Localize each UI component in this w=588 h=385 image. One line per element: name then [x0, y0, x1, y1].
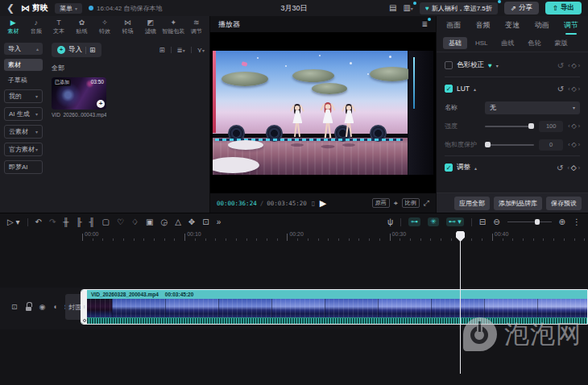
lut-checkbox[interactable]: ✓	[445, 85, 453, 93]
voiceover-icon[interactable]: ψ	[387, 218, 393, 226]
chevron-up-icon[interactable]: ▴	[474, 86, 476, 92]
undo-icon[interactable]: ↶	[35, 218, 42, 226]
adjust-view-icon[interactable]: ⊟	[479, 218, 486, 226]
more-icon[interactable]: ⋮	[573, 218, 581, 226]
layout-switch-icon[interactable]: ▥▾	[403, 4, 412, 12]
quality-button[interactable]: 原画	[372, 198, 390, 208]
media-tab-4[interactable]: ✧特效	[93, 19, 116, 35]
keyframe-icon[interactable]: ◇	[572, 141, 577, 148]
zoom-in-icon[interactable]: ⊕	[559, 218, 565, 226]
import-grid-icon[interactable]: ⊞	[89, 46, 96, 54]
nav-group-cloud[interactable]: 云素材 ▾	[4, 125, 43, 139]
snap-icon[interactable]: ⊶	[408, 217, 420, 226]
speaker-icon[interactable]: ◖	[52, 303, 56, 311]
crop-icon[interactable]: ⊡	[202, 218, 209, 226]
nav-group-import[interactable]: 导入 ▴	[4, 43, 43, 55]
rotate-icon[interactable]: ✥	[188, 218, 195, 226]
media-tab-7[interactable]: ✦智能包装	[162, 19, 184, 35]
add-to-timeline-button[interactable]: +	[97, 100, 105, 108]
menu-button[interactable]: 菜单 ▾	[55, 3, 82, 14]
eye-icon[interactable]: ◉	[39, 303, 46, 311]
clip-fade-handle[interactable]	[83, 319, 86, 322]
import-button[interactable]: + 导入 ⊞	[52, 43, 101, 57]
player-menu-icon[interactable]: ≣	[421, 20, 428, 28]
reset-icon[interactable]: ↺	[557, 85, 564, 93]
subtab-mask[interactable]: 蒙版	[549, 37, 574, 49]
chevron-up-icon[interactable]: ▴	[474, 165, 477, 171]
lock-icon[interactable]	[25, 302, 32, 311]
media-tab-8[interactable]: ≋调节	[185, 19, 208, 35]
sort-icon[interactable]: ≣▾	[177, 46, 185, 54]
filter-all-label[interactable]: 全部	[52, 64, 205, 72]
nav-group-jimeng[interactable]: 即梦AI	[4, 160, 43, 174]
delete-icon[interactable]: ▢	[102, 218, 110, 226]
media-tab-3[interactable]: ✿贴纸	[70, 19, 93, 35]
kf-prev-icon[interactable]: ‹	[568, 86, 569, 92]
nav-group-official[interactable]: 官方素材 ▾	[4, 143, 43, 156]
split-icon[interactable]: ╫	[63, 218, 68, 226]
media-tab-6[interactable]: ◩滤镜	[139, 19, 162, 35]
kf-next-icon[interactable]: ›	[578, 63, 580, 68]
video-preview[interactable]	[213, 51, 433, 175]
main-track-icon[interactable]: ⊡	[11, 303, 18, 311]
subtab-colorwheel[interactable]: 色轮	[523, 37, 547, 49]
keyframe-icon[interactable]: ◇	[571, 164, 577, 172]
keyframe-icon[interactable]: ◇	[572, 85, 577, 93]
step-back-icon[interactable]: ▯	[312, 200, 315, 207]
kf-prev-icon[interactable]: ‹	[568, 142, 569, 147]
save-preset-button[interactable]: 保存预设	[546, 197, 582, 210]
slider-handle[interactable]	[535, 219, 540, 225]
tab-speed[interactable]: 变速	[505, 20, 520, 31]
ratio-button[interactable]: 比例	[402, 198, 420, 208]
redo-icon[interactable]: ↷	[49, 218, 56, 226]
tab-picture[interactable]: 画面	[446, 20, 461, 31]
nav-item-subdraft[interactable]: 子草稿	[4, 75, 43, 85]
reset-icon[interactable]: ↺	[557, 61, 564, 70]
select-tool-icon[interactable]: ▷ ▾	[7, 218, 20, 226]
media-clip-card[interactable]: 已添加 03:50 + VID_20260..00043.mp4	[52, 77, 106, 118]
color-correction-checkbox[interactable]	[445, 61, 453, 69]
mirror-icon[interactable]: △	[175, 218, 181, 226]
zoom-out-icon[interactable]: ⊖	[493, 218, 499, 226]
nav-group-mine[interactable]: 我的 ▾	[4, 89, 43, 103]
strength-value[interactable]: 100	[539, 121, 563, 132]
kf-prev-icon[interactable]: ‹	[568, 123, 569, 129]
tab-animation[interactable]: 动画	[535, 20, 549, 31]
share-button[interactable]: ⇗ 分享	[504, 2, 539, 14]
kf-prev-icon[interactable]: ‹	[568, 63, 569, 68]
export-button[interactable]: ⇧ 导出	[545, 2, 582, 14]
slider-handle[interactable]	[528, 123, 534, 129]
lut-select[interactable]: 无 ▾	[485, 101, 580, 114]
kf-next-icon[interactable]: ›	[578, 142, 580, 147]
workspace-icon[interactable]: ▤	[389, 4, 396, 12]
tab-audio[interactable]: 音频	[476, 20, 491, 31]
kf-next-icon[interactable]: ›	[578, 86, 580, 92]
snapshot-icon[interactable]: ⌖	[394, 199, 398, 208]
kf-next-icon[interactable]: ›	[578, 165, 580, 171]
timeline-zoom-slider[interactable]	[507, 219, 552, 226]
keyframe-icon[interactable]: ◇	[572, 122, 577, 130]
subtab-hsl[interactable]: HSL	[470, 38, 494, 48]
subtab-basic[interactable]: 基础	[443, 37, 467, 49]
timeline-ruler[interactable]: 00:0000:1000:2000:3000:40	[0, 230, 588, 242]
nav-item-material[interactable]: 素材	[4, 59, 43, 71]
media-tab-2[interactable]: T文本	[48, 19, 70, 35]
play-button[interactable]: ▶	[320, 198, 326, 209]
saturation-value[interactable]: 0	[539, 139, 563, 151]
kf-prev-icon[interactable]: ‹	[567, 165, 569, 171]
freeze-frame-icon[interactable]: ♡	[117, 218, 124, 226]
saturation-slider[interactable]	[485, 142, 534, 148]
reset-icon[interactable]: ↺	[557, 164, 563, 172]
media-tab-5[interactable]: ⋈转场	[116, 19, 139, 35]
kf-next-icon[interactable]: ›	[578, 123, 580, 129]
media-thumbnail[interactable]: 已添加 03:50 +	[52, 77, 106, 110]
slider-handle[interactable]	[485, 142, 491, 147]
preview-axis-icon[interactable]: ✳	[428, 217, 439, 226]
adjust-checkbox[interactable]: ✓	[445, 164, 453, 172]
link-icon[interactable]: ⊷ ▾	[446, 217, 464, 226]
media-tab-0[interactable]: ▶素材	[2, 19, 24, 35]
keyframe-icon[interactable]: ◇	[572, 62, 577, 69]
fullscreen-icon[interactable]: ⤢	[424, 199, 429, 208]
trim-right-icon[interactable]: ╢	[89, 218, 94, 226]
more-tools-icon[interactable]: »	[217, 218, 222, 226]
